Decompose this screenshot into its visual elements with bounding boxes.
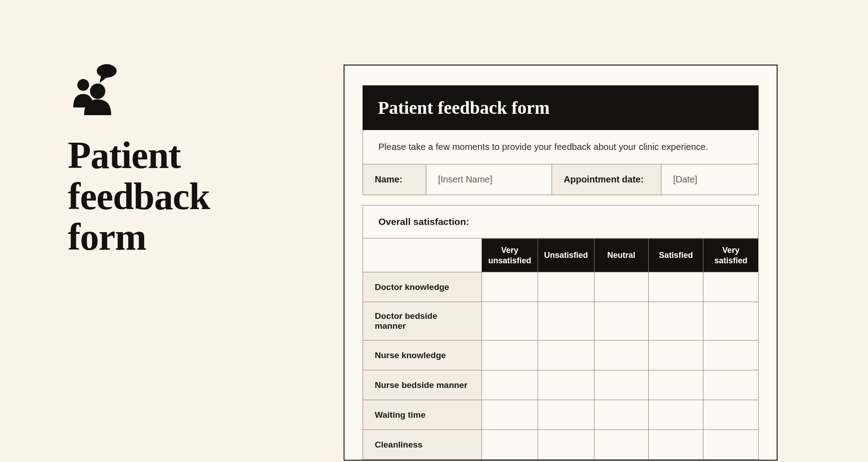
- table-row: Nurse bedside manner: [363, 370, 759, 400]
- rating-cell[interactable]: [538, 400, 594, 430]
- rating-cell[interactable]: [481, 272, 538, 302]
- rating-cell[interactable]: [648, 430, 703, 460]
- svg-point-1: [77, 79, 89, 91]
- rating-header: Neutral: [594, 239, 648, 272]
- section-title-overall: Overall satisfaction:: [363, 205, 759, 238]
- rating-header-empty: [363, 239, 482, 272]
- rating-cell[interactable]: [703, 370, 759, 400]
- rating-cell[interactable]: [538, 370, 594, 400]
- rating-cell[interactable]: [703, 341, 759, 370]
- rating-cell[interactable]: [481, 341, 538, 370]
- rating-cell[interactable]: [648, 370, 703, 400]
- rating-row-label: Nurse knowledge: [363, 341, 482, 370]
- rating-cell[interactable]: [538, 302, 594, 341]
- rating-row-label: Doctor bedside manner: [363, 302, 482, 341]
- rating-cell[interactable]: [538, 430, 594, 460]
- rating-header: Satisfied: [648, 239, 703, 272]
- rating-cell[interactable]: [703, 272, 759, 302]
- form-card: Patient feedback form Please take a few …: [344, 65, 778, 461]
- table-row: Nurse knowledge: [363, 341, 759, 370]
- svg-point-2: [90, 84, 105, 99]
- satisfaction-table: Very unsatisfied Unsatisfied Neutral Sat…: [363, 238, 759, 460]
- rating-cell[interactable]: [594, 430, 648, 460]
- rating-cell[interactable]: [648, 302, 703, 341]
- rating-row-label: Doctor knowledge: [363, 272, 482, 302]
- rating-cell[interactable]: [703, 430, 759, 460]
- table-row: Doctor knowledge: [363, 272, 759, 302]
- appointment-date-label: Appointment date:: [552, 164, 661, 195]
- rating-header: Very satisfied: [703, 239, 759, 272]
- people-feedback-icon: [68, 63, 276, 117]
- rating-cell[interactable]: [648, 341, 703, 370]
- form-header: Patient feedback form: [363, 85, 759, 130]
- rating-cell[interactable]: [594, 400, 648, 430]
- rating-cell[interactable]: [538, 341, 594, 370]
- appointment-date-input[interactable]: [Date]: [661, 164, 758, 195]
- name-input[interactable]: [Insert Name]: [426, 164, 552, 195]
- rating-cell[interactable]: [594, 272, 648, 302]
- page-title: Patient feedback form: [68, 135, 276, 258]
- rating-cell[interactable]: [481, 400, 538, 430]
- left-panel: Patient feedback form: [68, 63, 276, 258]
- form-intro: Please take a few moments to provide you…: [363, 130, 759, 164]
- rating-cell[interactable]: [594, 341, 648, 370]
- rating-cell[interactable]: [594, 370, 648, 400]
- rating-cell[interactable]: [703, 400, 759, 430]
- name-label: Name:: [363, 164, 426, 195]
- rating-header: Very unsatisfied: [481, 239, 538, 272]
- rating-cell[interactable]: [481, 370, 538, 400]
- rating-cell[interactable]: [648, 272, 703, 302]
- table-row: Cleanliness: [363, 430, 759, 460]
- table-row: Waiting time: [363, 400, 759, 430]
- rating-row-label: Waiting time: [363, 400, 482, 430]
- rating-cell[interactable]: [481, 302, 538, 341]
- svg-point-0: [97, 64, 117, 78]
- rating-row-label: Nurse bedside manner: [363, 370, 482, 400]
- table-row: Doctor bedside manner: [363, 302, 759, 341]
- rating-header: Unsatisfied: [538, 239, 594, 272]
- rating-row-label: Cleanliness: [363, 430, 482, 460]
- rating-cell[interactable]: [703, 302, 759, 341]
- rating-cell[interactable]: [648, 400, 703, 430]
- rating-cell[interactable]: [538, 272, 594, 302]
- rating-cell[interactable]: [481, 430, 538, 460]
- rating-cell[interactable]: [594, 302, 648, 341]
- patient-info-row: Name: [Insert Name] Appointment date: [D…: [363, 164, 759, 195]
